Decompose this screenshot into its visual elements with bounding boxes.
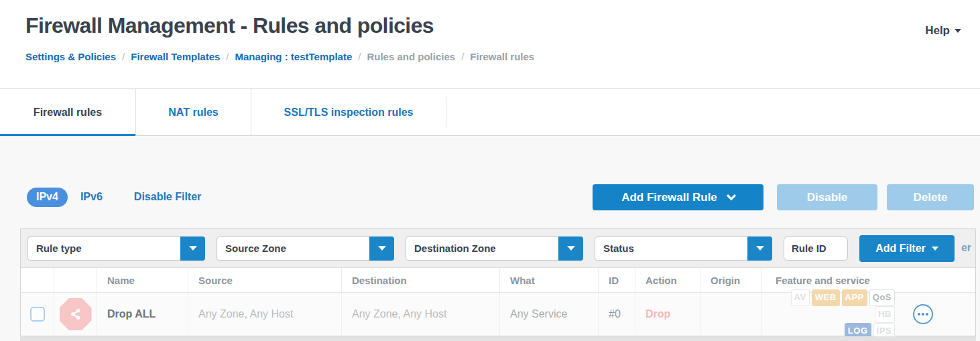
tab-label: NAT rules	[168, 107, 218, 119]
status-dropdown-label: Status	[603, 243, 634, 254]
breadcrumb-separator: /	[122, 51, 125, 62]
ipv4-toggle[interactable]: IPv4	[27, 188, 68, 207]
header-name: Name	[97, 268, 188, 293]
ellipsis-icon	[926, 313, 928, 316]
rules-panel: Rule type Source Zone Destination Zone S…	[20, 228, 976, 336]
breadcrumb-rules-and-policies: Rules and policies	[367, 51, 455, 62]
add-filter-label: Add Filter	[875, 243, 926, 255]
breadcrumb-firewall-templates[interactable]: Firewall Templates	[131, 51, 220, 62]
breadcrumb: Settings & Policies / Firewall Templates…	[25, 51, 534, 62]
page-header: Firewall Management - Rules and policies…	[0, 0, 980, 88]
header-source: Source	[188, 268, 342, 293]
rule-id-input[interactable]	[784, 236, 848, 261]
chevron-down-icon	[180, 236, 205, 261]
header-origin: Origin	[700, 268, 762, 293]
tab-ssl-tls-inspection-rules[interactable]: SSL/TLS inspection rules	[251, 89, 446, 135]
rule-origin	[700, 293, 762, 336]
header-action: Action	[635, 268, 700, 293]
drop-rule-icon	[60, 298, 92, 330]
tab-bar: Firewall rules NAT rules SSL/TLS inspect…	[0, 88, 980, 136]
delete-button[interactable]: Delete	[887, 184, 974, 210]
rule-source: Any Zone, Any Host	[188, 293, 342, 336]
add-firewall-rule-button[interactable]: Add Firewall Rule	[593, 184, 763, 210]
chevron-down-icon	[955, 29, 961, 33]
source-zone-dropdown[interactable]: Source Zone	[217, 236, 394, 261]
view-toolbar: IPv4 IPv6 Disable Filter	[27, 186, 201, 208]
tab-label: Firewall rules	[34, 107, 102, 119]
breadcrumb-separator: /	[226, 51, 229, 62]
rule-action: Drop	[635, 293, 700, 336]
tab-label: SSL/TLS inspection rules	[284, 107, 414, 119]
row-icon-cell	[54, 293, 97, 336]
breadcrumb-settings-policies[interactable]: Settings & Policies	[25, 51, 116, 62]
header-icon-column	[54, 268, 97, 293]
destination-zone-dropdown-label: Destination Zone	[414, 243, 496, 254]
share-icon	[68, 307, 83, 322]
rule-name: Drop ALL	[97, 293, 188, 336]
rule-what: Any Service	[500, 293, 599, 336]
feature-badges: AVWEBAPPQoSHBLOGIPS	[776, 289, 895, 340]
row-checkbox-cell	[21, 293, 54, 336]
rule-destination: Any Zone, Any Host	[342, 293, 500, 336]
help-label: Help	[925, 24, 950, 38]
filter-bar: Rule type Source Zone Destination Zone S…	[21, 229, 975, 268]
breadcrumb-firewall-rules: Firewall rules	[470, 51, 534, 62]
tab-firewall-rules[interactable]: Firewall rules	[0, 89, 135, 135]
rule-feature-cell: AVWEBAPPQoSHBLOGIPS	[762, 293, 975, 336]
chevron-down-icon	[558, 236, 583, 261]
feature-badge-hb: HB	[875, 306, 895, 323]
more-options-button[interactable]	[913, 304, 933, 324]
rule-type-dropdown-label: Rule type	[36, 243, 82, 254]
chevron-down-icon	[932, 247, 938, 251]
add-firewall-rule-label: Add Firewall Rule	[621, 191, 717, 204]
horizontal-scrollbar[interactable]	[20, 336, 976, 341]
feature-badge-web: WEB	[812, 289, 840, 306]
ellipsis-icon	[922, 313, 924, 316]
rule-type-dropdown[interactable]: Rule type	[27, 236, 205, 261]
help-menu[interactable]: Help	[925, 24, 961, 38]
chevron-down-icon	[727, 191, 736, 200]
row-checkbox[interactable]	[30, 307, 45, 322]
ipv6-toggle[interactable]: IPv6	[80, 191, 103, 203]
breadcrumb-managing-template[interactable]: Managing : testTemplate	[235, 51, 353, 62]
action-buttons: Add Firewall Rule Disable Delete	[593, 184, 974, 210]
breadcrumb-separator: /	[461, 51, 464, 62]
clipped-filter-text: er	[961, 242, 971, 254]
feature-badge-av: AV	[791, 289, 810, 306]
destination-zone-dropdown[interactable]: Destination Zone	[406, 236, 583, 261]
rule-id: #0	[599, 293, 635, 336]
header-destination: Destination	[342, 268, 500, 293]
feature-badge-qos: QoS	[869, 289, 895, 306]
source-zone-dropdown-label: Source Zone	[225, 243, 286, 254]
status-dropdown[interactable]: Status	[595, 236, 772, 261]
chevron-down-icon	[369, 236, 394, 261]
header-what: What	[500, 268, 599, 293]
tab-nat-rules[interactable]: NAT rules	[135, 89, 251, 135]
chevron-down-icon	[747, 236, 772, 261]
ellipsis-icon	[918, 313, 920, 316]
breadcrumb-separator: /	[358, 51, 361, 62]
disable-filter-link[interactable]: Disable Filter	[134, 191, 201, 203]
table-row: Drop ALL Any Zone, Any Host Any Zone, An…	[21, 293, 975, 336]
page-title: Firewall Management - Rules and policies	[25, 13, 434, 38]
add-filter-button[interactable]: Add Filter	[859, 235, 955, 262]
header-id: ID	[599, 268, 635, 293]
feature-badge-app: APP	[842, 289, 867, 306]
tab-separator	[446, 97, 446, 127]
disable-button[interactable]: Disable	[777, 184, 877, 210]
header-checkbox-column	[21, 268, 54, 293]
